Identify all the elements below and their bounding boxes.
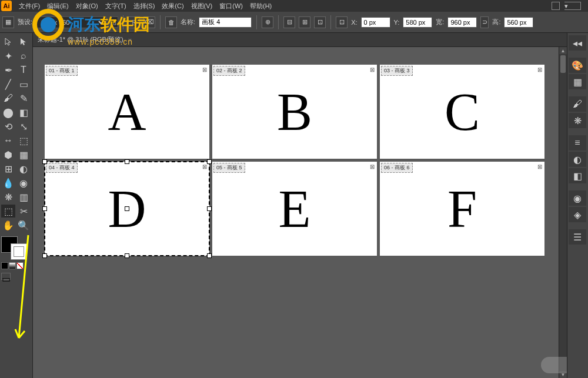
document-tab[interactable]: 未标题-1* @ 31% (RGB/预览) × [33, 33, 567, 47]
width-tool[interactable]: ↔ [1, 134, 15, 147]
artboard-options-icon[interactable]: ▦ [2, 16, 14, 28]
orientation-portrait-icon[interactable]: ▯ [110, 16, 118, 28]
resize-handle[interactable] [125, 159, 129, 164]
close-tab-icon[interactable]: × [128, 36, 132, 44]
shape-builder-tool[interactable]: ⬢ [1, 148, 15, 161]
link-wh-icon[interactable]: ⊃ [480, 16, 489, 28]
collapse-panels-icon[interactable]: ◂◂ [569, 35, 586, 51]
transparency-panel-icon[interactable]: ◧ [569, 168, 586, 183]
layers-panel-icon[interactable]: ☰ [569, 229, 586, 245]
artboard-close-icon[interactable]: ⊠ [536, 66, 543, 73]
y-input[interactable] [403, 17, 432, 28]
symbol-sprayer-tool[interactable]: ❋ [1, 190, 15, 203]
lasso-tool[interactable]: ⌕ [16, 49, 31, 62]
reference-point-icon[interactable]: ⊡ [336, 16, 348, 28]
preset-select[interactable]: 960 x 560 [36, 16, 106, 28]
menu-object[interactable]: 对象(O) [72, 1, 102, 12]
align-icon-1[interactable]: ⊟ [283, 16, 295, 28]
trash-icon[interactable]: 🗑 [165, 16, 177, 28]
workspace-switcher-icon[interactable]: ▾ [564, 2, 581, 10]
resize-handle[interactable] [42, 253, 47, 258]
resize-handle[interactable] [207, 253, 212, 258]
rectangle-tool[interactable]: ▭ [16, 78, 31, 91]
pencil-tool[interactable]: ✎ [16, 92, 31, 105]
resize-handle[interactable] [42, 206, 47, 211]
resize-handle[interactable] [207, 206, 212, 211]
paintbrush-tool[interactable]: 🖌 [1, 92, 15, 105]
artboard-2[interactable]: 02 - 画板 2 ⊠ B [212, 65, 377, 159]
stroke-panel-icon[interactable]: ≡ [569, 135, 586, 150]
menu-type[interactable]: 文字(T) [102, 1, 130, 12]
resize-handle[interactable] [125, 253, 129, 258]
artboard-close-icon[interactable]: ⊠ [201, 66, 208, 73]
blob-brush-tool[interactable]: ⬤ [1, 106, 15, 119]
artboard-close-icon[interactable]: ⊠ [536, 163, 543, 170]
none-mode-icon[interactable] [16, 262, 24, 269]
align-icon-3[interactable]: ⊡ [314, 16, 326, 28]
gradient-tool[interactable]: ◐ [16, 162, 31, 175]
menu-select[interactable]: 选择(S) [130, 1, 159, 12]
line-tool[interactable]: ╱ [1, 78, 15, 91]
symbols-panel-icon[interactable]: ❋ [569, 113, 586, 128]
move-with-artboard-icon[interactable]: ⊕ [262, 16, 273, 28]
new-artboard-icon[interactable]: ⎘ [128, 16, 140, 28]
scroll-up-icon[interactable]: ▲ [559, 47, 567, 54]
vertical-scrollbar[interactable]: ▲ ▼ [559, 47, 567, 378]
canvas[interactable]: 01 - 画板 1 ⊠ A 02 - 画板 2 ⊠ B 03 - 画板 3 ⊠ … [33, 47, 567, 378]
artboard-6[interactable]: 06 - 画板 6 ⊠ F [380, 162, 544, 256]
color-swatches[interactable] [1, 236, 29, 260]
resize-handle[interactable] [42, 159, 47, 164]
align-icon-2[interactable]: ⊞ [299, 16, 310, 28]
gradient-panel-icon[interactable]: ◐ [569, 152, 586, 167]
artboard-1[interactable]: 01 - 画板 1 ⊠ A [45, 65, 209, 159]
blend-tool[interactable]: ◉ [16, 176, 31, 189]
rotate-tool[interactable]: ⟲ [1, 120, 15, 133]
pen-tool[interactable]: ✒ [1, 63, 15, 76]
artboard-3[interactable]: 03 - 画板 3 ⊠ C [380, 65, 544, 159]
swatches-panel-icon[interactable]: ▦ [569, 74, 586, 89]
mesh-tool[interactable]: ⊞ [1, 162, 15, 175]
layout-icon[interactable] [552, 2, 560, 10]
resize-handle[interactable] [207, 159, 212, 164]
artboard-close-icon[interactable]: ⊠ [369, 66, 376, 73]
graphic-styles-panel-icon[interactable]: ◈ [569, 207, 586, 222]
eyedropper-tool[interactable]: 💧 [1, 176, 15, 189]
w-input[interactable] [447, 17, 477, 28]
direct-selection-tool[interactable] [16, 35, 31, 48]
eraser-tool[interactable]: ◧ [16, 106, 31, 119]
free-transform-tool[interactable]: ⬚ [16, 134, 31, 147]
menu-file[interactable]: 文件(F) [15, 1, 44, 12]
menu-effect[interactable]: 效果(C) [158, 1, 187, 12]
perspective-grid-tool[interactable]: ▦ [16, 148, 31, 161]
scrollbar-thumb[interactable] [560, 55, 566, 73]
scale-tool[interactable]: ⤡ [16, 120, 31, 133]
hand-tool[interactable]: ✋ [1, 219, 15, 232]
column-graph-tool[interactable]: ▥ [16, 190, 31, 203]
center-handle[interactable] [125, 206, 129, 211]
menu-view[interactable]: 视图(V) [188, 1, 216, 12]
color-panel-icon[interactable]: 🎨 [569, 58, 586, 73]
color-mode-icon[interactable] [1, 262, 8, 269]
selection-tool[interactable] [1, 35, 15, 48]
artboard-close-icon[interactable]: ⊠ [369, 163, 376, 170]
menu-edit[interactable]: 编辑(E) [44, 1, 72, 12]
magic-wand-tool[interactable]: ✦ [1, 49, 15, 62]
artboard-name-input[interactable] [199, 17, 252, 28]
appearance-panel-icon[interactable]: ◉ [569, 190, 586, 206]
zoom-tool[interactable]: 🔍 [16, 219, 31, 232]
artboard-tool[interactable]: ⬚ [1, 205, 15, 218]
delete-artboard-icon[interactable]: ⌫ [143, 16, 155, 28]
stroke-swatch[interactable] [11, 243, 27, 260]
menu-window[interactable]: 窗口(W) [216, 1, 246, 12]
x-input[interactable] [361, 17, 390, 28]
slice-tool[interactable]: ✂ [16, 205, 31, 218]
artboard-4[interactable]: 04 - 画板 4 ⊠ D [45, 162, 209, 256]
menu-help[interactable]: 帮助(H) [246, 1, 275, 12]
brushes-panel-icon[interactable]: 🖌 [569, 96, 586, 112]
artboard-5[interactable]: 05 - 画板 5 ⊠ E [212, 162, 377, 256]
gradient-mode-icon[interactable] [9, 262, 16, 269]
type-tool[interactable]: T [16, 63, 31, 76]
h-input[interactable] [504, 17, 533, 28]
x-label: X: [351, 19, 357, 26]
screen-mode-icon[interactable]: ▭ [1, 273, 11, 280]
